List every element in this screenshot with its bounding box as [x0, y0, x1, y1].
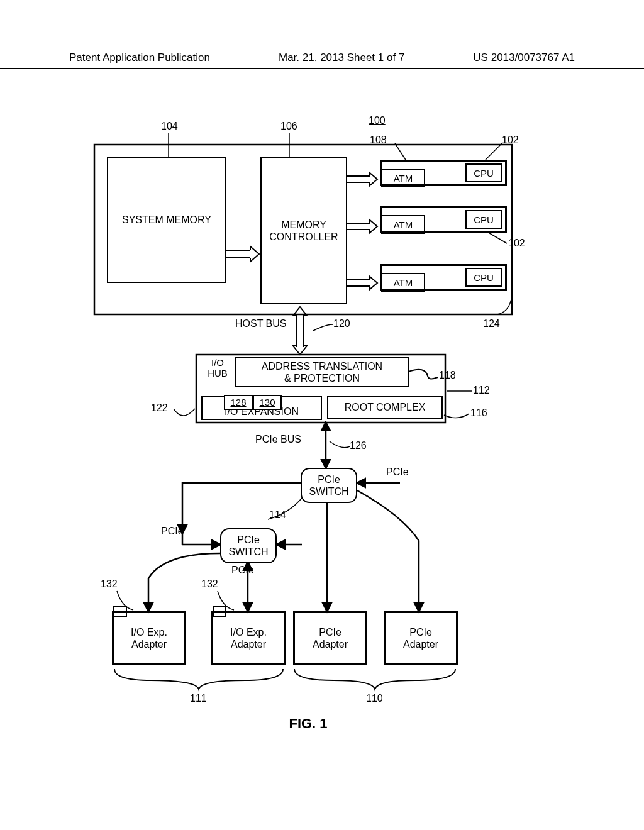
header-left: Patent Application Publication — [69, 52, 210, 64]
figure-1-diagram: 100 104 106 108 102 102 124 SYSTEM MEMOR… — [75, 113, 541, 755]
addr-trans-label: ADDRESS TRANSLATION & PROTECTION — [262, 360, 382, 384]
connector-2 — [213, 606, 226, 617]
root-complex-block: ROOT COMPLEX — [327, 396, 443, 419]
memory-controller-block: MEMORY CONTROLLER — [260, 157, 347, 304]
ref-132a: 132 — [101, 578, 118, 590]
ref-104: 104 — [161, 121, 178, 132]
svg-line-4 — [486, 143, 502, 160]
pcie-switch-1: PCIe SWITCH — [301, 468, 357, 503]
cpu-1: CPU — [465, 163, 502, 182]
pcie-bus-label: PCIe BUS — [255, 434, 301, 445]
system-memory-label: SYSTEM MEMORY — [122, 214, 211, 226]
ref-120: 120 — [333, 318, 350, 329]
ref-116: 116 — [470, 407, 487, 419]
block-128: 128 — [224, 395, 253, 410]
ref-110: 110 — [366, 693, 383, 704]
ref-108: 108 — [370, 135, 387, 146]
ref-106: 106 — [280, 121, 297, 132]
ref-118: 118 — [439, 370, 456, 381]
addr-trans-block: ADDRESS TRANSLATION & PROTECTION — [235, 357, 409, 387]
ref-126: 126 — [350, 440, 367, 451]
system-memory-block: SYSTEM MEMORY — [107, 157, 226, 283]
root-complex-label: ROOT COMPLEX — [345, 401, 426, 413]
ref-128: 128 — [230, 397, 246, 408]
memory-controller-label: MEMORY CONTROLLER — [269, 219, 338, 243]
ref-102a: 102 — [502, 135, 519, 146]
pcie-label-right: PCIe — [386, 467, 409, 478]
atm-1: ATM — [381, 169, 425, 187]
figure-caption: FIG. 1 — [75, 716, 541, 732]
atm-2: ATM — [381, 215, 425, 234]
pcie-adapter-1: PCIe Adapter — [293, 611, 367, 665]
pcie-switch-2: PCIe SWITCH — [220, 528, 277, 563]
header-right: US 2013/0073767 A1 — [473, 52, 575, 64]
pcie-adapter-2: PCIe Adapter — [384, 611, 458, 665]
cpu-2: CPU — [465, 210, 502, 229]
ref-130: 130 — [259, 397, 275, 408]
header-center: Mar. 21, 2013 Sheet 1 of 7 — [279, 52, 404, 64]
block-130: 130 — [253, 395, 282, 410]
connector-1 — [113, 606, 127, 617]
page-header: Patent Application Publication Mar. 21, … — [0, 52, 644, 69]
host-bus-label: HOST BUS — [235, 318, 287, 329]
ref-100: 100 — [369, 115, 386, 126]
ref-122: 122 — [151, 402, 168, 414]
io-exp-adapter-2: I/O Exp. Adapter — [211, 611, 286, 665]
pcie-label-mid: PCIe — [231, 565, 254, 576]
ref-114: 114 — [269, 509, 286, 521]
ref-112: 112 — [473, 385, 490, 396]
pcie-label-left: PCIe — [161, 526, 184, 537]
ref-124: 124 — [483, 318, 500, 329]
cpu-3: CPU — [465, 268, 502, 287]
io-hub-label: I/O HUB — [205, 357, 230, 379]
io-exp-adapter-1: I/O Exp. Adapter — [112, 611, 186, 665]
ref-132b: 132 — [201, 578, 218, 590]
ref-111: 111 — [190, 693, 207, 704]
ref-102b: 102 — [508, 238, 525, 249]
atm-3: ATM — [381, 273, 425, 292]
